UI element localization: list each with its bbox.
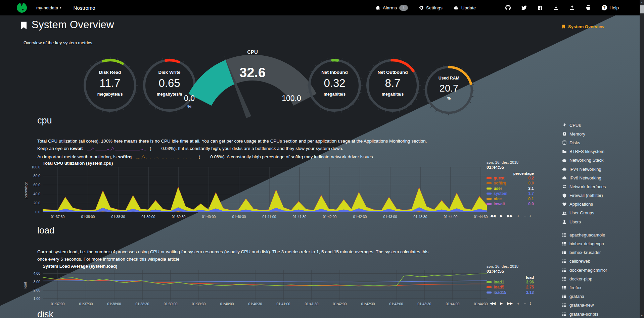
sidebar-subitem[interactable]: [561, 38, 638, 45]
exchange-icon: [561, 184, 567, 189]
zoom-in-button[interactable]: +: [517, 214, 519, 218]
github-button[interactable]: [500, 5, 516, 10]
sidebar-item-system-overview[interactable]: System Overview: [561, 24, 638, 29]
play-button[interactable]: ▶: [500, 214, 503, 218]
svg-text:01:40:30: 01:40:30: [248, 302, 262, 306]
print-button[interactable]: [580, 5, 596, 10]
sidebar-container-label: docker-plpp: [569, 276, 592, 281]
zoom-in-button[interactable]: +: [517, 302, 519, 306]
legend-dimension-name: system: [494, 191, 507, 196]
zoom-out-button[interactable]: −: [524, 214, 526, 218]
scrollbar-thumb[interactable]: [640, 5, 644, 13]
sidebar-section-item[interactable]: Networking Stack: [561, 156, 638, 165]
sidebar-section-label: IPv6 Networking: [569, 175, 601, 180]
my-netdata-menu[interactable]: my-netdata ▾: [36, 5, 61, 10]
scroll-down-arrow[interactable]: ▼: [640, 315, 644, 317]
scroll-up-arrow[interactable]: ▲: [640, 1, 644, 3]
sidebar-section-label: Disks: [569, 140, 580, 145]
sidebar-subitem[interactable]: [561, 108, 638, 115]
legend-row[interactable]: iowait 0.0: [487, 202, 534, 207]
legend-row[interactable]: load15 3.13: [487, 290, 534, 295]
legend-row[interactable]: softirq 0.0: [487, 181, 534, 186]
sidebar-section-item[interactable]: Disks: [561, 138, 638, 147]
softirq-sparkline[interactable]: [136, 154, 195, 159]
sidebar-container-item[interactable]: firefox: [561, 283, 638, 292]
sidebar-section-item[interactable]: User Groups: [561, 209, 638, 217]
sidebar-container-item[interactable]: apacheguacamole: [561, 230, 638, 239]
sidebar-container-label: calibreweb: [569, 259, 590, 264]
load-chart-resize-handle[interactable]: ↕: [529, 301, 532, 306]
sidebar-subitem[interactable]: [561, 83, 638, 89]
sidebar-container-item[interactable]: docker-plpp: [561, 274, 638, 283]
sidebar-container-item[interactable]: binhex-krusader: [561, 248, 638, 257]
twitter-button[interactable]: [516, 5, 532, 10]
sidebar-container-item[interactable]: calibreweb: [561, 257, 638, 266]
sidebar-subitem[interactable]: [561, 45, 638, 51]
cpu-main-gauge[interactable]: CPU 32.6 0.0 100.0 %: [178, 47, 327, 118]
help-button[interactable]: ? Help: [596, 5, 624, 10]
sidebar-subitem[interactable]: [561, 76, 638, 83]
svg-text:01:37:00: 01:37:00: [51, 302, 65, 306]
sidebar-section-item[interactable]: IPv4 Networking: [561, 165, 638, 173]
sidebar-section-item[interactable]: Memory: [561, 129, 638, 138]
sidebar-section-item[interactable]: BTRFS filesystem: [561, 147, 638, 156]
sidebar-container-item[interactable]: grafana-scripts: [561, 310, 638, 318]
page-scrollbar[interactable]: ▲ ▼: [640, 0, 644, 318]
cpu-chart[interactable]: 0.020.040.060.080.0100.001:37:3001:38:00…: [43, 166, 487, 219]
pan-backward-button[interactable]: ◀◀: [490, 301, 496, 306]
netdata-logo: [16, 2, 28, 13]
sidebar-section-item[interactable]: Applications: [561, 200, 638, 209]
sidebar-container-item[interactable]: docker-magicmirror: [561, 266, 638, 274]
sidebar-subitem[interactable]: [561, 70, 638, 76]
sidebar-subitem[interactable]: [561, 64, 638, 70]
disk-read-gauge[interactable]: Disk Read 11.7 megabytes/s: [82, 58, 138, 113]
sidebar-subitem[interactable]: [561, 32, 638, 38]
sidebar-subitem[interactable]: [561, 102, 638, 108]
import-button[interactable]: [548, 5, 564, 10]
sidebar-section-item[interactable]: Users: [561, 217, 638, 226]
load-chart[interactable]: 1.002.003.004.0001:37:0001:37:3001:38:00…: [43, 268, 487, 307]
legend-row[interactable]: nice 0.1: [487, 196, 534, 202]
cpu-chart-toolbar: ◀◀ ▶ ▶▶ + −: [490, 214, 526, 218]
svg-text:01:38:30: 01:38:30: [111, 215, 125, 219]
net-inbound-gauge[interactable]: Net Inbound 0.32 megabits/s: [307, 58, 362, 113]
chip-icon: [561, 131, 567, 136]
svg-text:01:39:30: 01:39:30: [172, 215, 186, 219]
sidebar-subitem[interactable]: [561, 57, 638, 64]
question-icon: ?: [602, 5, 607, 10]
sidebar-section-item[interactable]: IPv6 Networking: [561, 173, 638, 182]
net-outbound-gauge[interactable]: Net Outbound 8.7 megabits/s: [365, 58, 420, 113]
legend-row[interactable]: system 1.7: [487, 191, 534, 197]
grid-icon: [561, 303, 567, 307]
iowait-sparkline[interactable]: [87, 146, 146, 151]
facebook-button[interactable]: [532, 5, 548, 10]
pan-forward-button[interactable]: ▶▶: [507, 214, 513, 218]
grid-icon: [561, 312, 567, 316]
pan-backward-button[interactable]: ◀◀: [490, 214, 496, 218]
cpu-gauge-title: CPU: [178, 49, 327, 55]
legend-row[interactable]: user 3.1: [487, 186, 534, 191]
sidebar-container-item[interactable]: grafana-new: [561, 301, 638, 310]
settings-label: Settings: [426, 5, 443, 10]
play-button[interactable]: ▶: [500, 301, 503, 306]
settings-button[interactable]: Settings: [413, 5, 448, 10]
sidebar-section-item[interactable]: Firewall (netfilter): [561, 191, 638, 200]
used-ram-gauge[interactable]: Used RAM 20.7 %: [424, 65, 474, 115]
sidebar-container-item[interactable]: binhex-delugevpn: [561, 239, 638, 248]
zoom-out-button[interactable]: −: [524, 302, 526, 306]
sidebar-subitem[interactable]: [561, 96, 638, 102]
legend-row[interactable]: guest 0.2: [487, 175, 534, 181]
gauge-label: Disk Read: [82, 70, 138, 75]
update-button[interactable]: Update: [448, 5, 481, 10]
sidebar-subitem[interactable]: [561, 51, 638, 57]
export-button[interactable]: [564, 5, 580, 10]
sidebar-section-item[interactable]: CPUs: [561, 121, 638, 129]
sidebar-container-item[interactable]: grafana: [561, 292, 638, 301]
alarms-button[interactable]: Alarms 4: [370, 5, 413, 11]
cpu-chart-resize-handle[interactable]: ↕: [529, 213, 532, 218]
sidebar-subitem[interactable]: [561, 89, 638, 96]
sidebar-section-item[interactable]: Network Interfaces: [561, 182, 638, 191]
legend-row[interactable]: load1 3.96: [487, 279, 534, 285]
pan-forward-button[interactable]: ▶▶: [507, 301, 513, 306]
legend-row[interactable]: load5 2.75: [487, 285, 534, 290]
